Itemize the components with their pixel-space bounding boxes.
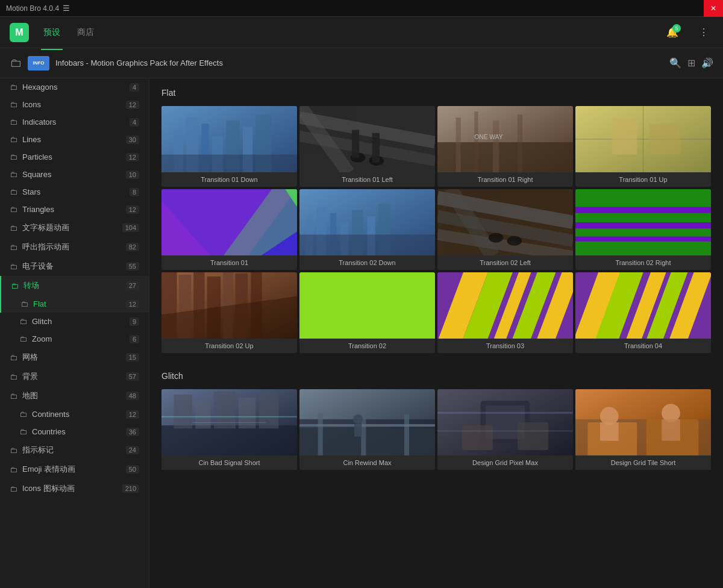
svg-rect-43 bbox=[299, 234, 435, 255]
item-label: Transition 04 bbox=[575, 339, 711, 353]
svg-rect-91 bbox=[404, 414, 409, 455]
svg-rect-64 bbox=[299, 272, 435, 339]
thumbnail bbox=[299, 106, 435, 172]
svg-rect-109 bbox=[662, 419, 680, 441]
folder-icon: 🗀 bbox=[10, 465, 17, 474]
svg-rect-28 bbox=[612, 117, 637, 154]
item-label: Transition 03 bbox=[437, 339, 573, 353]
thumbnail bbox=[437, 389, 573, 455]
folder-icon: 🗀 bbox=[20, 299, 28, 308]
folder-icon: 🗀 bbox=[10, 205, 17, 214]
svg-rect-81 bbox=[214, 392, 236, 428]
pack-logo: INFO bbox=[28, 56, 49, 70]
sidebar-item-countries[interactable]: 🗀 Countries 36 bbox=[0, 423, 149, 440]
flat-grid: Transition 01 Down bbox=[161, 106, 711, 353]
sidebar-item-continents[interactable]: 🗀 Continents 12 bbox=[0, 405, 149, 423]
sidebar-item-stars[interactable]: 🗀 Stars 8 bbox=[0, 183, 149, 201]
list-item[interactable]: Cin Bad Signal Short bbox=[161, 389, 297, 470]
list-item[interactable]: Transition 02 Left bbox=[437, 189, 573, 270]
more-options-button[interactable]: ⋮ bbox=[694, 23, 713, 42]
app-logo: M bbox=[10, 23, 29, 42]
svg-rect-82 bbox=[239, 398, 256, 428]
sidebar-item-transitions[interactable]: 🗀 转场 27 bbox=[0, 276, 149, 295]
grid-view-icon[interactable]: ⊞ bbox=[687, 57, 695, 69]
sidebar-item-zoom[interactable]: 🗀 Zoom 6 bbox=[0, 330, 149, 348]
svg-rect-85 bbox=[192, 422, 266, 423]
list-item[interactable]: Cin Rewind Max bbox=[299, 389, 435, 470]
item-label: Transition 01 Right bbox=[437, 172, 573, 187]
svg-rect-8 bbox=[161, 155, 297, 172]
header: M 预设 商店 🔔 5 ⋮ bbox=[0, 17, 723, 48]
nav-tab-store[interactable]: 商店 bbox=[75, 23, 96, 42]
sidebar-item-icons[interactable]: 🗀 Icons 12 bbox=[0, 96, 149, 113]
list-item[interactable]: Transition 01 bbox=[161, 189, 297, 270]
thumbnail bbox=[437, 189, 573, 255]
item-label: Transition 02 bbox=[299, 339, 435, 353]
folder-icon: 🗀 bbox=[10, 392, 17, 401]
thumbnail bbox=[575, 272, 711, 339]
svg-rect-16 bbox=[352, 130, 359, 158]
item-label: Transition 01 Down bbox=[161, 172, 297, 187]
folder-icon: 🗀 bbox=[10, 135, 17, 144]
sidebar-item-lines[interactable]: 🗀 Lines 30 bbox=[0, 131, 149, 148]
list-item[interactable]: Transition 01 Left bbox=[299, 106, 435, 187]
sidebar-item-indicators2[interactable]: 🗀 指示标记 24 bbox=[0, 440, 149, 460]
list-item[interactable]: Transition 02 Up bbox=[161, 272, 297, 353]
sidebar-item-map[interactable]: 🗀 地图 48 bbox=[0, 386, 149, 405]
sidebar-item-hexagons[interactable]: 🗀 Hexagons 4 bbox=[0, 78, 149, 96]
pack-name: Infobars - Motion Graphics Pack for Afte… bbox=[55, 58, 663, 67]
sidebar-item-glitch[interactable]: 🗀 Glitch 9 bbox=[0, 313, 149, 330]
sidebar-item-particles[interactable]: 🗀 Particles 12 bbox=[0, 148, 149, 166]
list-item[interactable]: Transition 02 Right bbox=[575, 189, 711, 270]
svg-point-49 bbox=[489, 233, 504, 242]
sidebar-item-network[interactable]: 🗀 网格 15 bbox=[0, 348, 149, 367]
audio-icon[interactable]: 🔊 bbox=[701, 57, 713, 69]
svg-rect-54 bbox=[575, 237, 711, 242]
svg-rect-98 bbox=[462, 425, 493, 450]
list-item[interactable]: Transition 01 Up bbox=[575, 106, 711, 187]
folder-icon: 🗀 bbox=[10, 117, 17, 127]
subheader-actions: 🔍 ⊞ 🔊 bbox=[669, 57, 713, 69]
folder-icon: 🗀 bbox=[10, 243, 17, 252]
item-label: Cin Bad Signal Short bbox=[161, 455, 297, 470]
item-label: Transition 02 Right bbox=[575, 255, 711, 270]
notification-button[interactable]: 🔔 5 bbox=[663, 23, 682, 42]
svg-text:ONE WAY: ONE WAY bbox=[474, 134, 502, 140]
back-folder-icon[interactable]: 🗀 bbox=[10, 56, 22, 70]
sidebar-item-text-title[interactable]: 🗀 文字标题动画 104 bbox=[0, 218, 149, 237]
list-item[interactable]: Transition 03 bbox=[437, 272, 573, 353]
svg-point-50 bbox=[507, 236, 522, 246]
svg-rect-29 bbox=[649, 124, 680, 154]
list-item[interactable]: ONE WAY Transition 01 Right bbox=[437, 106, 573, 187]
sidebar-item-background[interactable]: 🗀 背景 57 bbox=[0, 367, 149, 386]
folder-icon: 🗀 bbox=[10, 224, 17, 233]
section-glitch-title: Glitch bbox=[161, 371, 711, 381]
svg-rect-20 bbox=[456, 117, 461, 172]
sidebar-item-flat[interactable]: 🗀 Flat 12 bbox=[0, 295, 149, 313]
sidebar-item-indicators[interactable]: 🗀 Indicators 4 bbox=[0, 113, 149, 131]
list-item[interactable]: Design Grid Pixel Max bbox=[437, 389, 573, 470]
thumbnail: ONE WAY bbox=[437, 106, 573, 172]
list-item[interactable]: Transition 02 bbox=[299, 272, 435, 353]
sidebar-item-icons2[interactable]: 🗀 Icons 图标动画 210 bbox=[0, 479, 149, 498]
sidebar-item-triangles[interactable]: 🗀 Triangles 12 bbox=[0, 201, 149, 218]
svg-rect-100 bbox=[437, 412, 573, 414]
svg-rect-89 bbox=[318, 413, 323, 455]
sidebar-item-electronics[interactable]: 🗀 电子设备 55 bbox=[0, 257, 149, 276]
list-item[interactable]: Transition 02 Down bbox=[299, 189, 435, 270]
sidebar: 🗀 Hexagons 4 🗀 Icons 12 🗀 Indicators 4 🗀… bbox=[0, 78, 149, 588]
sidebar-item-call-anim[interactable]: 🗀 呼出指示动画 82 bbox=[0, 237, 149, 257]
sidebar-item-emoji[interactable]: 🗀 Emoji 表情动画 50 bbox=[0, 460, 149, 479]
list-item[interactable]: Transition 04 bbox=[575, 272, 711, 353]
svg-rect-94 bbox=[354, 424, 362, 436]
nav-tab-presets[interactable]: 预设 bbox=[41, 23, 63, 42]
svg-rect-101 bbox=[437, 430, 573, 431]
sidebar-item-squares[interactable]: 🗀 Squares 10 bbox=[0, 166, 149, 183]
titlebar-menu-icon[interactable]: ☰ bbox=[63, 4, 70, 13]
list-item[interactable]: Transition 01 Down bbox=[161, 106, 297, 187]
search-icon[interactable]: 🔍 bbox=[669, 57, 681, 69]
titlebar-close-button[interactable]: ✕ bbox=[704, 0, 723, 17]
item-label: Transition 01 bbox=[161, 255, 297, 270]
section-flat-title: Flat bbox=[161, 88, 711, 98]
list-item[interactable]: Design Grid Tile Short bbox=[575, 389, 711, 470]
